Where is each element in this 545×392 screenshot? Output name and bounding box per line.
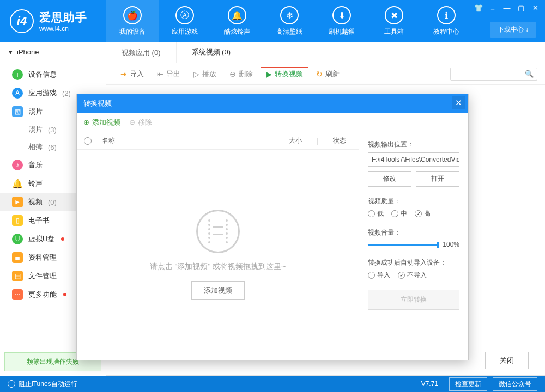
red-dot-icon <box>63 293 66 296</box>
apple-icon: 🍎 <box>123 6 142 24</box>
quality-low-radio[interactable]: 低 <box>368 209 384 218</box>
minus-icon: ⊖ <box>129 118 135 126</box>
empty-drop-area[interactable]: 请点击 "添加视频" 或将视频拖拽到这里~ 添加视频 <box>77 150 359 360</box>
auto-import-yes-radio[interactable]: 导入 <box>368 271 390 280</box>
volume-label: 视频音量： <box>368 228 459 237</box>
maximize-button[interactable]: ▢ <box>514 2 528 13</box>
version-label: V7.71 <box>421 380 438 388</box>
output-path-input[interactable]: F:\i4Tools7\Files\ConvertedVid <box>368 152 459 167</box>
add-video-big-button[interactable]: 添加视频 <box>191 281 245 300</box>
wechat-button[interactable]: 微信公众号 <box>493 377 537 391</box>
app-icon: Ⓐ <box>175 6 194 24</box>
auto-import-label: 转换成功后自动导入设备： <box>368 258 459 267</box>
side-icon: i <box>12 69 23 80</box>
side-icon: ► <box>12 197 23 207</box>
side-icon: A <box>12 88 23 99</box>
tab-system-video[interactable]: 系统视频 (0) <box>177 42 247 63</box>
dialog-close-button[interactable]: 关闭 <box>485 352 529 369</box>
quality-label: 视频质量： <box>368 197 459 206</box>
list-header: 名称 大小| 状态 <box>77 132 359 150</box>
quality-mid-radio[interactable]: 中 <box>391 209 407 218</box>
toolbar: ⇥导入 ⇤导出 ▷播放 ⊖删除 ▶转换视频 ↻刷新 🔍 <box>106 63 545 85</box>
col-name: 名称 <box>99 136 276 145</box>
volume-value: 100% <box>443 241 459 248</box>
dialog-title: 转换视频 ✕ <box>77 94 468 113</box>
check-update-button[interactable]: 检查更新 <box>449 377 487 391</box>
device-selector[interactable]: ▾ iPhone <box>0 42 106 62</box>
menu-icon[interactable]: ≡ <box>486 2 499 13</box>
import-icon: ⇥ <box>120 70 127 78</box>
download-center-button[interactable]: 下载中心 ↓ <box>490 22 536 38</box>
snow-icon: ❄ <box>280 6 299 24</box>
status-bar: 阻止iTunes自动运行 V7.71 检查更新 微信公众号 <box>0 376 545 392</box>
play-button[interactable]: ▷播放 <box>188 67 222 81</box>
quality-high-radio[interactable]: 高 <box>415 209 431 218</box>
open-button[interactable]: 打开 <box>416 171 459 187</box>
export-icon: ⇤ <box>157 70 164 78</box>
sidebar-item-设备信息[interactable]: i设备信息 <box>0 65 106 84</box>
side-icon: ⋯ <box>12 289 23 300</box>
import-button[interactable]: ⇥导入 <box>115 67 149 81</box>
side-icon: U <box>12 234 23 244</box>
tools-icon: ✖ <box>385 6 403 24</box>
tab-video-apps[interactable]: 视频应用 (0) <box>106 42 177 63</box>
nav-my-device[interactable]: 🍎我的设备 <box>106 0 159 42</box>
delete-icon: ⊖ <box>229 70 236 78</box>
bell-icon: 🔔 <box>228 6 246 24</box>
side-icon: ≣ <box>12 252 23 263</box>
download-icon: ⬇ <box>332 6 351 24</box>
empty-hint: 请点击 "添加视频" 或将视频拖拽到这里~ <box>150 262 286 272</box>
side-icon: ▧ <box>12 106 23 117</box>
app-name: 爱思助手 <box>39 10 87 25</box>
plus-icon: ⊕ <box>83 118 89 126</box>
block-itunes-label[interactable]: 阻止iTunes自动运行 <box>19 379 77 389</box>
nav-wallpaper[interactable]: ❄高清壁纸 <box>263 0 316 42</box>
search-icon: 🔍 <box>525 70 534 78</box>
output-label: 视频输出位置： <box>368 140 459 149</box>
side-icon: ▤ <box>12 271 23 281</box>
nav-ringtones[interactable]: 🔔酷炫铃声 <box>211 0 263 42</box>
search-input[interactable]: 🔍 <box>450 68 537 81</box>
col-size: 大小 <box>276 136 314 145</box>
export-button[interactable]: ⇤导出 <box>152 67 186 81</box>
add-video-button[interactable]: ⊕添加视频 <box>83 118 120 127</box>
logo-icon: i4 <box>10 9 34 33</box>
minimize-button[interactable]: — <box>500 2 513 13</box>
convert-video-button[interactable]: ▶转换视频 <box>261 67 308 81</box>
side-icon: 🔔 <box>12 178 23 189</box>
side-icon: ▯ <box>12 215 23 226</box>
remove-button[interactable]: ⊖移除 <box>129 118 152 127</box>
auto-import-no-radio[interactable]: 不导入 <box>398 271 427 280</box>
top-nav: 🍎我的设备 Ⓐ应用游戏 🔔酷炫铃声 ❄高清壁纸 ⬇刷机越狱 ✖工具箱 ℹ教程中心 <box>106 0 473 42</box>
dialog-close-icon[interactable]: ✕ <box>452 96 465 109</box>
content-tabs: 视频应用 (0) 系统视频 (0) <box>106 42 545 63</box>
convert-now-button[interactable]: 立即转换 <box>368 290 459 310</box>
tshirt-icon[interactable]: 👕 <box>472 2 485 13</box>
convert-video-dialog: 转换视频 ✕ ⊕添加视频 ⊖移除 名称 大小| 状态 请点击 "添加视频" 或将… <box>76 94 469 360</box>
refresh-button[interactable]: ↻刷新 <box>311 67 345 81</box>
convert-icon: ▶ <box>266 70 272 78</box>
side-icon: ♪ <box>12 160 23 170</box>
app-header: i4 爱思助手 www.i4.cn 🍎我的设备 Ⓐ应用游戏 🔔酷炫铃声 ❄高清壁… <box>0 0 545 42</box>
refresh-icon: ↻ <box>316 70 323 78</box>
toggle-icon[interactable] <box>8 380 15 388</box>
volume-slider[interactable] <box>368 244 438 246</box>
app-url: www.i4.cn <box>39 25 87 33</box>
nav-tutorial[interactable]: ℹ教程中心 <box>420 0 473 42</box>
film-icon <box>196 210 240 253</box>
play-icon: ▷ <box>193 70 199 78</box>
nav-toolbox[interactable]: ✖工具箱 <box>368 0 420 42</box>
close-button[interactable]: ✕ <box>529 2 542 13</box>
select-all-checkbox[interactable] <box>84 137 92 145</box>
logo: i4 爱思助手 www.i4.cn <box>0 9 106 33</box>
red-dot-icon <box>61 237 64 241</box>
col-state: 状态 <box>320 136 359 145</box>
modify-button[interactable]: 修改 <box>368 171 411 187</box>
delete-button[interactable]: ⊖删除 <box>224 67 258 81</box>
nav-flash[interactable]: ⬇刷机越狱 <box>316 0 368 42</box>
nav-apps[interactable]: Ⓐ应用游戏 <box>159 0 211 42</box>
info-icon: ℹ <box>437 6 456 24</box>
